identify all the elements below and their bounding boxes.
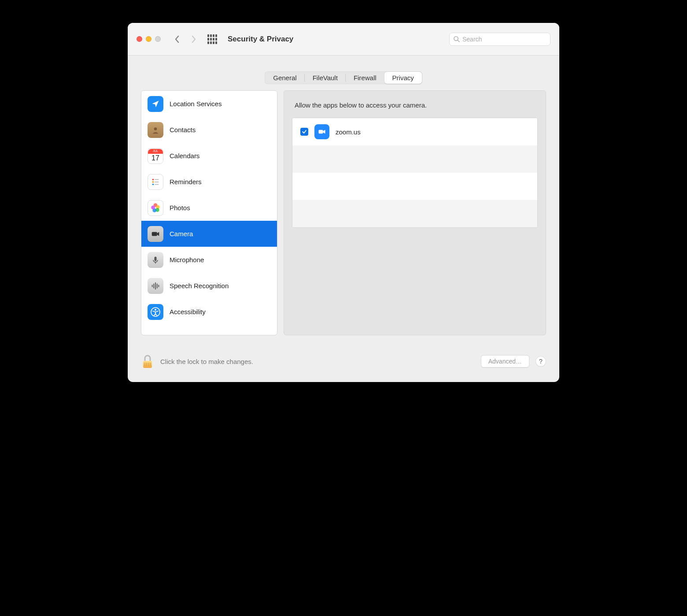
- sidebar-item-contacts[interactable]: Contacts: [141, 117, 277, 143]
- calendar-icon: JUL 17: [148, 148, 163, 164]
- tab-filevault[interactable]: FileVault: [305, 72, 346, 84]
- sidebar-item-label: Speech Recognition: [170, 282, 229, 289]
- svg-point-2: [154, 127, 157, 130]
- tab-label: General: [273, 74, 296, 82]
- svg-line-1: [458, 40, 459, 42]
- advanced-button[interactable]: Advanced…: [481, 355, 529, 367]
- help-button-label: ?: [539, 358, 543, 365]
- sidebar-item-calendars[interactable]: JUL 17 Calendars: [141, 143, 277, 169]
- sidebar-item-label: Calendars: [170, 152, 199, 160]
- sidebar-item-microphone[interactable]: Microphone: [141, 247, 277, 273]
- show-all-button[interactable]: [207, 34, 217, 44]
- main-heading: Allow the apps below to access your came…: [292, 101, 538, 109]
- sidebar-item-speech-recognition[interactable]: Speech Recognition: [141, 273, 277, 299]
- app-row: zoom.us: [292, 118, 537, 145]
- tabbar: General FileVault Firewall Privacy: [265, 71, 422, 84]
- app-checkbox[interactable]: [300, 128, 308, 136]
- sidebar-item-label: Microphone: [170, 256, 204, 263]
- back-button[interactable]: [173, 35, 181, 43]
- svg-rect-15: [155, 256, 157, 261]
- sidebar-item-label: Contacts: [170, 126, 196, 134]
- calendar-month: JUL: [148, 149, 163, 154]
- lock-hint-text: Click the lock to make changes.: [160, 358, 253, 365]
- photos-icon: [148, 200, 163, 216]
- forward-button[interactable]: [190, 35, 198, 43]
- sidebar-item-label: Camera: [170, 230, 193, 237]
- reminders-icon: [148, 174, 163, 190]
- privacy-sidebar: Location Services Contacts JUL 17 Calend…: [141, 90, 277, 335]
- help-button[interactable]: ?: [536, 356, 546, 367]
- calendar-day: 17: [151, 154, 159, 163]
- app-row-empty: [292, 173, 537, 200]
- advanced-button-label: Advanced…: [488, 358, 522, 365]
- svg-point-3: [152, 178, 154, 180]
- app-row-empty: [292, 145, 537, 173]
- app-access-list: zoom.us: [292, 118, 538, 228]
- zoom-app-icon: [314, 124, 329, 139]
- tab-general[interactable]: General: [265, 72, 304, 84]
- sidebar-item-reminders[interactable]: Reminders: [141, 169, 277, 195]
- sidebar-item-label: Photos: [170, 204, 190, 212]
- tab-label: Firewall: [354, 74, 377, 82]
- search-icon: [453, 36, 460, 42]
- svg-point-7: [152, 183, 154, 185]
- app-name: zoom.us: [336, 128, 361, 136]
- titlebar: Security & Privacy: [128, 23, 559, 56]
- nav-arrows: [173, 35, 198, 43]
- content-area: Location Services Contacts JUL 17 Calend…: [128, 90, 559, 344]
- search-field[interactable]: [449, 33, 550, 46]
- contacts-icon: [148, 122, 163, 138]
- accessibility-icon: [148, 304, 163, 320]
- sidebar-item-label: Location Services: [170, 100, 222, 108]
- svg-point-13: [151, 205, 155, 209]
- svg-point-5: [152, 181, 154, 183]
- main-panel: Allow the apps below to access your came…: [284, 90, 546, 335]
- sidebar-item-accessibility[interactable]: Accessibility: [141, 299, 277, 325]
- footer: Click the lock to make changes. Advanced…: [128, 344, 559, 382]
- sidebar-item-label: Accessibility: [170, 308, 206, 315]
- zoom-window-button[interactable]: [155, 36, 161, 42]
- tab-firewall[interactable]: Firewall: [346, 72, 384, 84]
- search-input[interactable]: [462, 36, 547, 43]
- minimize-window-button[interactable]: [146, 36, 151, 42]
- microphone-icon: [148, 252, 163, 268]
- window-title: Security & Privacy: [228, 35, 293, 44]
- tab-label: Privacy: [392, 74, 414, 82]
- sidebar-item-location-services[interactable]: Location Services: [141, 91, 277, 117]
- tab-label: FileVault: [313, 74, 338, 82]
- traffic-lights: [137, 36, 161, 42]
- sidebar-item-camera[interactable]: Camera: [141, 221, 277, 247]
- close-window-button[interactable]: [137, 36, 142, 42]
- svg-rect-24: [319, 130, 323, 134]
- sidebar-item-photos[interactable]: Photos: [141, 195, 277, 221]
- lock-button[interactable]: [141, 353, 154, 370]
- location-icon: [148, 96, 163, 112]
- svg-rect-14: [152, 232, 157, 236]
- speech-icon: [148, 278, 163, 294]
- tabbar-container: General FileVault Firewall Privacy: [128, 56, 559, 90]
- sidebar-item-label: Reminders: [170, 178, 202, 186]
- preferences-window: Security & Privacy General FileVault Fir…: [128, 23, 559, 382]
- tab-privacy[interactable]: Privacy: [384, 72, 422, 84]
- svg-point-23: [155, 309, 156, 311]
- app-row-empty: [292, 200, 537, 227]
- svg-rect-25: [143, 361, 152, 368]
- camera-icon: [148, 226, 163, 242]
